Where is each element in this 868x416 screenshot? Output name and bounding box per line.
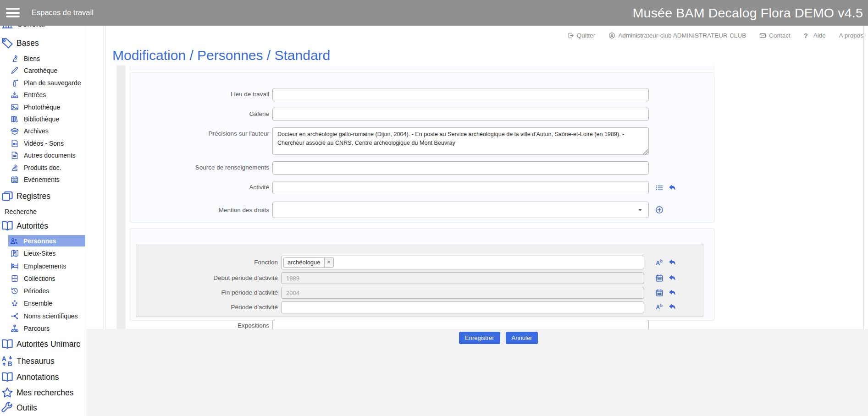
link-administrateur-club-administrateur-club[interactable]: Administrateur-club ADMINISTRATEUR-CLUB [608,32,746,39]
sidebar-item-annotations[interactable]: Annotations [0,370,85,384]
cancel-button[interactable]: Annuler [506,332,538,344]
undo-icon[interactable] [668,303,676,311]
top-header-bar: Espaces de travail Musée BAM Decalog Flo… [0,0,868,26]
calendar-icon[interactable] [655,274,663,282]
sidebar-item-label: Annotations [17,372,59,382]
periode-activite-input[interactable] [281,301,644,313]
undo-icon[interactable] [668,258,676,267]
sidebar-item-label: Recherche [5,208,37,215]
link-label: A propos [839,32,863,39]
open-book-icon [1,338,13,350]
content-divider-line [104,26,104,329]
sidebar-item-outils[interactable]: Outils [0,401,85,415]
mention-droits-select[interactable] [272,202,649,218]
fonction-tags-input[interactable] [281,256,644,269]
open-box-icon [11,127,19,135]
sidebar-item-autorites[interactable]: Autorités [0,218,85,234]
sidebar-item-personnes[interactable]: Personnes [8,235,85,246]
sidebar-item-biens[interactable]: Biens [0,53,85,64]
sidebar-item-entrees[interactable]: Entrées [0,89,85,100]
precisions-auteur-textarea[interactable]: Docteur en archéologie gallo-romaine (Di… [272,127,649,155]
undo-icon[interactable] [668,184,676,192]
books-icon [11,115,19,123]
content-divider-line-2 [105,26,106,329]
tag-icon [1,37,13,49]
sidebar-item-plan-de-sauvegarde[interactable]: Plan de sauvegarde [0,77,85,88]
sidebar-item-label: Ensemble [24,300,52,307]
calendar-icon[interactable] [655,289,663,297]
sidebar-item-archives[interactable]: Archives [0,126,85,136]
lieu-de-travail-input[interactable] [272,88,649,101]
right-scroll-line [863,26,864,329]
save-button[interactable]: Enregistrer [459,332,500,344]
source-renseignements-label: Source de renseignements [138,164,269,171]
sidebar-item-collections[interactable]: Collections [0,273,85,284]
sidebar-item-emplacements[interactable]: Emplacements [0,260,85,272]
link-contact[interactable]: Contact [759,32,791,39]
video-file-icon [11,139,19,148]
list-picker-icon[interactable] [655,184,663,192]
sidebar-item-thesaurus[interactable]: ABThesaurus [0,354,85,368]
sidebar-item-noms-scientifiques[interactable]: Noms scientifiques [0,310,85,322]
sidebar-item-label: Registres [17,192,50,201]
source-renseignements-input[interactable] [272,161,649,175]
hamburger-menu-icon[interactable] [6,8,20,18]
sidebar-item-carotheque[interactable]: Carothèque [0,65,85,76]
link-label: Aide [813,32,826,39]
sidebar-item-videos-sons[interactable]: Vidéos - Sons [0,138,85,148]
sidebar-item-bases[interactable]: Bases [0,35,85,51]
svg-text:A: A [656,304,660,311]
sidebar-item-ensemble[interactable]: Ensemble [0,297,85,309]
previous-section-sliver [130,66,714,70]
sidebar-item-evenements[interactable]: Evènements [0,174,85,185]
sidebar-item-periodes[interactable]: Périodes [0,285,85,296]
cabinet-icon [11,274,19,283]
sidebar-item-autres-documents[interactable]: Autres documents [0,150,85,160]
sidebar-item-autorites-unimarc[interactable]: Autorités Unimarc [0,336,85,352]
image-icon [11,103,19,111]
shelf-icon [11,262,19,270]
envelope-icon [759,32,766,39]
fin-periode-input[interactable] [281,287,644,299]
sidebar-item-label: Carothèque [24,67,57,74]
logout-icon [567,32,574,39]
sidebar-item-produits-doc-[interactable]: Produits doc. [0,162,85,173]
calendar-icon [11,175,19,184]
sidebar-item-label: Archives [24,127,49,135]
link-a-propos[interactable]: A propos [839,32,863,39]
sidebar-item-label: Périodes [24,287,49,295]
galerie-input[interactable] [272,108,649,121]
sidebar-item-label: Biens [24,55,40,62]
link-quitter[interactable]: Quitter [567,32,596,39]
undo-icon[interactable] [668,274,676,282]
link-label: Contact [769,32,791,39]
sitemap-icon [11,324,19,333]
sidebar-item-label: Outils [17,403,37,413]
textarea-resize-handle[interactable] [643,149,648,154]
sidebar-item-mes-recherches[interactable]: Mes recherches [0,386,85,400]
link-aide[interactable]: ?Aide [804,32,826,39]
activite-input[interactable] [272,181,649,194]
undo-icon[interactable] [668,289,676,297]
fin-periode-label: Fin période d'activité [147,289,278,296]
sidebar-item-registres[interactable]: Registres [0,188,85,204]
sidebar-item-recherche[interactable]: Recherche [0,206,85,217]
map-icon [11,249,19,257]
font-case-icon[interactable]: Ab [655,303,663,311]
cluster-icon [11,299,19,307]
sidebar-item-parcours[interactable]: Parcours [0,323,85,334]
debut-periode-input[interactable] [281,272,644,284]
sidebar-item-label: Autres documents [24,152,76,159]
periode-activite-label: Période d'activité [147,304,278,311]
sidebar-item-label: Mes recherches [17,388,74,398]
remove-tag-button[interactable]: × [324,258,333,267]
people-icon [10,237,18,245]
sidebar-item-label: Photothèque [24,104,60,111]
sidebar-item-lieux-sites[interactable]: Lieux-Sites [0,247,85,259]
add-circle-icon[interactable] [655,206,663,214]
footer-action-bar: Enregistrer Annuler [86,329,868,416]
sidebar-item-bibliotheque[interactable]: Bibliothèque [0,114,85,124]
font-case-icon[interactable]: Ab [655,258,663,267]
sidebar-item-phototheque[interactable]: Photothèque [0,102,85,112]
sidebar-item-label: Collections [24,275,55,282]
